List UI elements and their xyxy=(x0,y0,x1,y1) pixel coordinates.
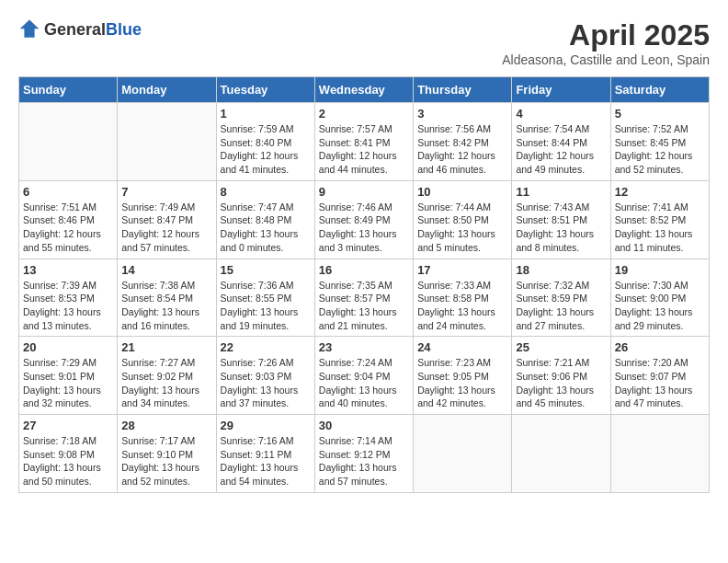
calendar-day-cell: 13Sunrise: 7:39 AM Sunset: 8:53 PM Dayli… xyxy=(19,259,118,337)
day-info: Sunrise: 7:51 AM Sunset: 8:46 PM Dayligh… xyxy=(23,201,113,255)
day-of-week-header: Thursday xyxy=(414,77,512,103)
day-info: Sunrise: 7:59 AM Sunset: 8:40 PM Dayligh… xyxy=(221,122,311,177)
day-of-week-header: Saturday xyxy=(610,77,709,103)
day-info: Sunrise: 7:57 AM Sunset: 8:41 PM Dayligh… xyxy=(319,122,409,177)
day-info: Sunrise: 7:36 AM Sunset: 8:55 PM Dayligh… xyxy=(221,279,311,333)
day-info: Sunrise: 7:39 AM Sunset: 8:53 PM Dayligh… xyxy=(23,279,113,333)
day-info: Sunrise: 7:16 AM Sunset: 9:11 PM Dayligh… xyxy=(221,434,311,488)
title-section: April 2025 Aldeasona, Castille and Leon,… xyxy=(502,18,710,67)
calendar-day-cell: 18Sunrise: 7:32 AM Sunset: 8:59 PM Dayli… xyxy=(512,259,610,337)
day-number: 16 xyxy=(319,263,409,277)
logo-icon xyxy=(18,18,40,40)
day-number: 18 xyxy=(516,263,606,277)
calendar-day-cell xyxy=(610,415,709,493)
day-info: Sunrise: 7:35 AM Sunset: 8:57 PM Dayligh… xyxy=(319,279,409,333)
calendar-day-cell: 3Sunrise: 7:56 AM Sunset: 8:42 PM Daylig… xyxy=(414,103,512,181)
day-number: 26 xyxy=(615,340,705,354)
calendar-day-cell: 8Sunrise: 7:47 AM Sunset: 8:48 PM Daylig… xyxy=(216,180,314,259)
day-info: Sunrise: 7:32 AM Sunset: 8:59 PM Dayligh… xyxy=(516,279,606,333)
day-info: Sunrise: 7:43 AM Sunset: 8:51 PM Dayligh… xyxy=(516,201,606,255)
calendar-day-cell xyxy=(19,103,118,181)
calendar-table: SundayMondayTuesdayWednesdayThursdayFrid… xyxy=(18,76,710,493)
calendar-day-cell: 9Sunrise: 7:46 AM Sunset: 8:49 PM Daylig… xyxy=(314,180,413,259)
day-number: 5 xyxy=(615,107,705,121)
day-number: 25 xyxy=(516,340,606,354)
day-number: 4 xyxy=(516,107,606,121)
calendar-day-cell: 11Sunrise: 7:43 AM Sunset: 8:51 PM Dayli… xyxy=(512,180,610,259)
day-number: 17 xyxy=(417,263,507,277)
day-number: 27 xyxy=(23,419,113,432)
calendar-day-cell: 16Sunrise: 7:35 AM Sunset: 8:57 PM Dayli… xyxy=(314,259,413,337)
calendar-day-cell: 10Sunrise: 7:44 AM Sunset: 8:50 PM Dayli… xyxy=(414,180,512,259)
day-number: 6 xyxy=(23,185,113,199)
day-info: Sunrise: 7:47 AM Sunset: 8:48 PM Dayligh… xyxy=(221,201,311,255)
day-info: Sunrise: 7:23 AM Sunset: 9:05 PM Dayligh… xyxy=(417,356,507,410)
day-of-week-header: Friday xyxy=(512,77,610,103)
calendar-day-cell: 28Sunrise: 7:17 AM Sunset: 9:10 PM Dayli… xyxy=(118,415,216,493)
day-number: 3 xyxy=(417,107,507,121)
location: Aldeasona, Castille and Leon, Spain xyxy=(502,52,710,67)
day-number: 22 xyxy=(221,340,311,354)
day-info: Sunrise: 7:56 AM Sunset: 8:42 PM Dayligh… xyxy=(417,122,507,177)
calendar-day-cell: 15Sunrise: 7:36 AM Sunset: 8:55 PM Dayli… xyxy=(216,259,314,337)
day-number: 24 xyxy=(417,340,507,354)
calendar-day-cell: 27Sunrise: 7:18 AM Sunset: 9:08 PM Dayli… xyxy=(19,415,118,493)
calendar-header-row: SundayMondayTuesdayWednesdayThursdayFrid… xyxy=(19,77,710,103)
logo-general: General xyxy=(44,20,106,39)
day-number: 2 xyxy=(319,107,409,121)
calendar-day-cell: 12Sunrise: 7:41 AM Sunset: 8:52 PM Dayli… xyxy=(610,180,709,259)
calendar-day-cell: 6Sunrise: 7:51 AM Sunset: 8:46 PM Daylig… xyxy=(19,180,118,259)
month-title: April 2025 xyxy=(502,18,710,52)
day-number: 13 xyxy=(23,263,113,277)
svg-marker-0 xyxy=(20,20,40,38)
day-info: Sunrise: 7:24 AM Sunset: 9:04 PM Dayligh… xyxy=(319,356,409,410)
day-number: 20 xyxy=(23,340,113,354)
calendar-day-cell: 26Sunrise: 7:20 AM Sunset: 9:07 PM Dayli… xyxy=(610,337,709,415)
day-info: Sunrise: 7:41 AM Sunset: 8:52 PM Dayligh… xyxy=(615,201,705,255)
calendar-day-cell xyxy=(512,415,610,493)
day-info: Sunrise: 7:54 AM Sunset: 8:44 PM Dayligh… xyxy=(516,122,606,177)
calendar-day-cell: 2Sunrise: 7:57 AM Sunset: 8:41 PM Daylig… xyxy=(314,103,413,181)
day-number: 10 xyxy=(417,185,507,199)
day-number: 12 xyxy=(615,185,705,199)
day-info: Sunrise: 7:14 AM Sunset: 9:12 PM Dayligh… xyxy=(319,434,409,488)
logo-blue: Blue xyxy=(106,20,142,39)
calendar-week-row: 20Sunrise: 7:29 AM Sunset: 9:01 PM Dayli… xyxy=(19,337,710,415)
page-header: GeneralBlue April 2025 Aldeasona, Castil… xyxy=(18,18,710,67)
calendar-day-cell: 25Sunrise: 7:21 AM Sunset: 9:06 PM Dayli… xyxy=(512,337,610,415)
calendar-day-cell: 1Sunrise: 7:59 AM Sunset: 8:40 PM Daylig… xyxy=(216,103,314,181)
calendar-day-cell xyxy=(414,415,512,493)
day-info: Sunrise: 7:49 AM Sunset: 8:47 PM Dayligh… xyxy=(121,201,211,255)
day-info: Sunrise: 7:29 AM Sunset: 9:01 PM Dayligh… xyxy=(23,356,113,410)
day-info: Sunrise: 7:20 AM Sunset: 9:07 PM Dayligh… xyxy=(615,356,705,410)
day-number: 14 xyxy=(121,263,211,277)
calendar-day-cell xyxy=(118,103,216,181)
day-info: Sunrise: 7:33 AM Sunset: 8:58 PM Dayligh… xyxy=(417,279,507,333)
day-number: 30 xyxy=(319,419,409,432)
day-info: Sunrise: 7:46 AM Sunset: 8:49 PM Dayligh… xyxy=(319,201,409,255)
day-of-week-header: Sunday xyxy=(19,77,118,103)
day-info: Sunrise: 7:52 AM Sunset: 8:45 PM Dayligh… xyxy=(615,122,705,177)
logo: GeneralBlue xyxy=(18,18,142,40)
day-info: Sunrise: 7:30 AM Sunset: 9:00 PM Dayligh… xyxy=(615,279,705,333)
day-info: Sunrise: 7:27 AM Sunset: 9:02 PM Dayligh… xyxy=(121,356,211,410)
day-number: 28 xyxy=(121,419,211,432)
day-info: Sunrise: 7:18 AM Sunset: 9:08 PM Dayligh… xyxy=(23,434,113,488)
day-info: Sunrise: 7:26 AM Sunset: 9:03 PM Dayligh… xyxy=(221,356,311,410)
day-info: Sunrise: 7:38 AM Sunset: 8:54 PM Dayligh… xyxy=(121,279,211,333)
calendar-day-cell: 7Sunrise: 7:49 AM Sunset: 8:47 PM Daylig… xyxy=(118,180,216,259)
calendar-day-cell: 14Sunrise: 7:38 AM Sunset: 8:54 PM Dayli… xyxy=(118,259,216,337)
calendar-day-cell: 22Sunrise: 7:26 AM Sunset: 9:03 PM Dayli… xyxy=(216,337,314,415)
day-number: 21 xyxy=(121,340,211,354)
day-number: 15 xyxy=(221,263,311,277)
calendar-week-row: 13Sunrise: 7:39 AM Sunset: 8:53 PM Dayli… xyxy=(19,259,710,337)
day-number: 7 xyxy=(121,185,211,199)
calendar-day-cell: 20Sunrise: 7:29 AM Sunset: 9:01 PM Dayli… xyxy=(19,337,118,415)
calendar-day-cell: 4Sunrise: 7:54 AM Sunset: 8:44 PM Daylig… xyxy=(512,103,610,181)
calendar-day-cell: 24Sunrise: 7:23 AM Sunset: 9:05 PM Dayli… xyxy=(414,337,512,415)
logo-text: GeneralBlue xyxy=(44,20,142,40)
day-info: Sunrise: 7:17 AM Sunset: 9:10 PM Dayligh… xyxy=(121,434,211,488)
calendar-week-row: 27Sunrise: 7:18 AM Sunset: 9:08 PM Dayli… xyxy=(19,415,710,493)
day-number: 9 xyxy=(319,185,409,199)
calendar-day-cell: 21Sunrise: 7:27 AM Sunset: 9:02 PM Dayli… xyxy=(118,337,216,415)
